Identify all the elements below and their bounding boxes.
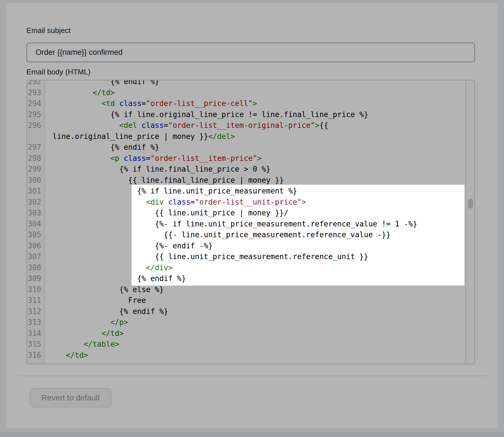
code-text: {{ line.unit_price_measurement.reference… [45, 251, 466, 262]
code-text: <div class="order-list__unit-price"> [45, 197, 466, 208]
code-line: 303 {{ line.unit_price | money }}/ [27, 207, 466, 218]
line-number: 315 [27, 339, 45, 350]
code-text: {%- if line.unit_price_measurement.refer… [45, 218, 466, 230]
line-number: 301 [27, 186, 45, 197]
line-number: 316 [27, 350, 45, 361]
line-number: 313 [27, 317, 45, 328]
line-number: 308 [27, 262, 45, 273]
line-number: 307 [27, 251, 45, 262]
code-line: 309 {% endif %} [27, 273, 466, 284]
line-number: 293 [27, 87, 45, 98]
code-text: </td> [45, 350, 466, 361]
code-text: </td> [45, 87, 466, 98]
line-number: 311 [27, 295, 45, 306]
line-number: 302 [27, 197, 45, 208]
line-number: 314 [27, 328, 45, 339]
line-number: 299 [27, 164, 45, 175]
code-text: {{ line.final_line_price | money }} [45, 175, 466, 186]
code-line: 305 {{- line.unit_price_measurement.refe… [27, 229, 466, 240]
code-line: 307 {{ line.unit_price_measurement.refer… [27, 251, 466, 262]
code-text: {%- endif -%} [45, 240, 466, 251]
code-text: {% endif %} [45, 273, 466, 284]
code-line: 297 {% endif %} [27, 142, 466, 153]
code-line: 301 {% if line.unit_price_measurement %} [27, 186, 466, 197]
code-line: 306 {%- endif -%} [27, 240, 466, 251]
line-number: 297 [27, 142, 45, 153]
code-text: <del class="order-list__item-original-pr… [45, 120, 466, 131]
code-line: 292 {% endif %} [27, 80, 466, 87]
line-number: 296 [27, 120, 45, 131]
code-text: {% else %} [45, 284, 466, 295]
code-line: 308 </div> [27, 262, 466, 273]
code-text: </div> [45, 262, 466, 273]
editor-scrollbar-track[interactable] [465, 80, 474, 364]
code-line: 300 {{ line.final_line_price | money }} [27, 175, 466, 186]
code-line: 298 <p class="order-list__item-price"> [27, 153, 466, 164]
code-text: {{- line.unit_price_measurement.referenc… [45, 229, 466, 240]
section-divider [18, 376, 487, 376]
code-text: {% if line.original_line_price != line.f… [45, 109, 466, 120]
line-number: 310 [27, 284, 45, 295]
line-number: 295 [27, 109, 45, 120]
code-line: 311 Free [27, 295, 466, 306]
line-number: 292 [27, 80, 45, 87]
code-line: 296 <del class="order-list__item-origina… [27, 120, 466, 131]
notification-template-page: { "form": { "subject_label": "Email subj… [0, 0, 504, 437]
code-text: {% endif %} [45, 142, 466, 153]
code-text: </p> [45, 317, 466, 328]
code-line: 304 {%- if line.unit_price_measurement.r… [27, 218, 466, 230]
code-line: line.original_line_price | money }}</del… [27, 131, 466, 142]
code-text: </td> [45, 328, 466, 339]
code-text: line.original_line_price | money }}</del… [45, 131, 466, 142]
code-text: {% endif %} [45, 80, 466, 87]
code-text: <td class="order-list__price-cell"> [45, 98, 466, 109]
code-text: Free [45, 295, 466, 306]
code-text: {% endif %} [45, 306, 466, 317]
code-lines: 292 {% endif %}293 </td>294 <td class="o… [27, 80, 466, 361]
code-line: 313 </p> [27, 317, 466, 328]
revert-to-default-button[interactable]: Revert to default [30, 388, 111, 407]
line-number [27, 131, 45, 142]
code-text: {% if line.unit_price_measurement %} [45, 186, 466, 197]
code-line: 293 </td> [27, 87, 466, 98]
code-line: 314 </td> [27, 328, 466, 339]
line-number: 306 [27, 240, 45, 251]
editor-scrollbar-thumb[interactable] [468, 198, 473, 209]
line-number: 305 [27, 229, 45, 240]
line-number: 303 [27, 207, 45, 218]
email-body-label: Email body (HTML) [26, 68, 91, 76]
line-number: 300 [27, 175, 45, 186]
code-line: 315 </table> [27, 339, 466, 350]
code-line: 294 <td class="order-list__price-cell"> [27, 98, 466, 109]
code-line: 302 <div class="order-list__unit-price"> [27, 197, 466, 208]
code-text: <p class="order-list__item-price"> [45, 153, 466, 164]
email-subject-input[interactable] [26, 43, 475, 62]
code-text: {% if line.final_line_price > 0 %} [45, 164, 466, 175]
line-number: 298 [27, 153, 45, 164]
code-text: </table> [45, 339, 466, 350]
line-number: 309 [27, 273, 45, 284]
code-line: 310 {% else %} [27, 284, 466, 295]
line-number: 294 [27, 98, 45, 109]
code-line: 295 {% if line.original_line_price != li… [27, 109, 466, 120]
line-number: 304 [27, 218, 45, 230]
code-text: {{ line.unit_price | money }}/ [45, 207, 466, 218]
code-line: 312 {% endif %} [27, 306, 466, 317]
background-strip [0, 432, 504, 437]
code-line: 299 {% if line.final_line_price > 0 %} [27, 164, 466, 175]
line-number: 312 [27, 306, 45, 317]
email-body-code-editor[interactable]: 292 {% endif %}293 </td>294 <td class="o… [26, 80, 475, 364]
code-line: 316 </td> [27, 350, 466, 361]
email-subject-label: Email subject [26, 26, 71, 35]
